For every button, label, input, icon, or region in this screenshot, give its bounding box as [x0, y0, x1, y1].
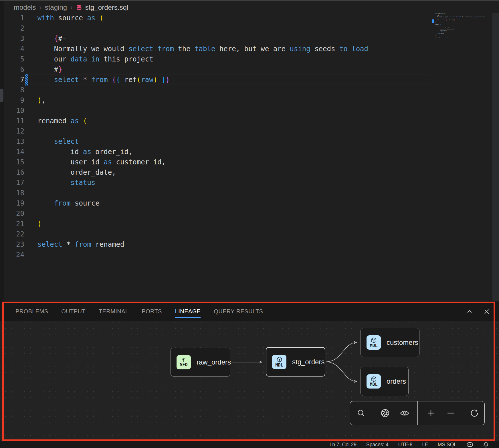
lineage-node-customers[interactable]: MDLcustomers [361, 328, 419, 357]
indent-guide [38, 64, 38, 75]
panel-tab-bar: PROBLEMSOUTPUTTERMINALPORTSLINEAGEQUERY … [15, 302, 263, 321]
tab-terminal[interactable]: TERMINAL [99, 302, 128, 321]
editor-scrollbar[interactable] [492, 13, 499, 301]
code-line-3[interactable]: 3 {#- [0, 33, 430, 44]
code-line-23[interactable]: 23select * from renamed [0, 239, 430, 250]
model-icon: MDL [367, 374, 381, 389]
code-text: select * from {{ ref(raw) }} [37, 75, 170, 85]
minimap[interactable]: with source as ( {#- Normally we would s… [435, 13, 492, 47]
panel-collapse-button[interactable] [465, 307, 474, 316]
refresh-button[interactable] [468, 407, 481, 419]
code-line-20[interactable]: 20 [0, 208, 430, 219]
database-icon [76, 4, 82, 11]
panel-close-button[interactable] [482, 307, 491, 316]
tab-query-results[interactable]: QUERY RESULTS [214, 302, 263, 321]
indent-guide [38, 136, 38, 147]
code-line-9[interactable]: 9), [0, 95, 430, 105]
code-text: order_date, [37, 167, 116, 178]
file-name: stg_orders.sql [85, 3, 128, 11]
model-icon: MDL [272, 355, 286, 369]
node-label: raw_orders [197, 358, 231, 366]
left-rail [0, 1, 4, 302]
eye-icon [399, 409, 410, 417]
tab-lineage[interactable]: LINEAGE [175, 302, 201, 321]
code-line-7[interactable]: 7 select * from {{ ref(raw) }} [0, 75, 430, 85]
code-line-5[interactable]: 5 our data in this project [0, 54, 430, 64]
indent-guide [38, 198, 38, 208]
tab-ports[interactable]: PORTS [142, 302, 162, 321]
zoom-in-button[interactable] [425, 407, 437, 419]
search-button[interactable] [355, 407, 367, 419]
code-line-2[interactable]: 2 [0, 23, 430, 33]
code-editor[interactable]: 1with source as (23 {#-4 Normally we wou… [0, 13, 430, 260]
lineage-toolbar [350, 401, 485, 425]
tab-problems[interactable]: PROBLEMS [15, 302, 48, 321]
indent-guide [38, 44, 38, 54]
language-mode[interactable]: MS SQL [438, 442, 457, 448]
badge-label: SED [180, 363, 187, 367]
badge-label: MDL [370, 343, 377, 348]
breadcrumb-item-staging[interactable]: staging [45, 3, 67, 11]
indent-guide [55, 178, 55, 188]
refresh-icon [470, 408, 479, 418]
code-line-11[interactable]: 11renamed as ( [0, 116, 430, 126]
breadcrumb-separator-icon: › [39, 4, 41, 11]
code-line-1[interactable]: 1with source as ( [0, 13, 430, 23]
copilot-icon[interactable] [466, 442, 473, 447]
code-line-24[interactable]: 24 [0, 250, 430, 260]
lineage-node-orders[interactable]: MDLorders [361, 367, 409, 396]
indent-guide [38, 54, 38, 64]
code-line-21[interactable]: 21) [0, 219, 430, 229]
code-line-16[interactable]: 16 order_date, [0, 167, 430, 178]
code-text: status [37, 178, 95, 188]
code-line-13[interactable]: 13 select [0, 136, 430, 147]
cursor-position[interactable]: Ln 7, Col 29 [330, 442, 357, 448]
snapshot-button[interactable] [379, 407, 391, 419]
eol-setting[interactable]: LF [422, 442, 428, 448]
code-text: ), [37, 95, 46, 105]
breadcrumb-item-models[interactable]: models [14, 3, 36, 11]
code-text: from source [37, 198, 100, 208]
model-icon: MDL [367, 335, 381, 350]
code-text: renamed as ( [37, 116, 87, 126]
code-text: with source as ( [37, 13, 104, 23]
indent-guide [38, 208, 38, 219]
code-line-6[interactable]: 6 #} [0, 64, 430, 75]
code-line-10[interactable]: 10 [0, 105, 430, 116]
code-line-8[interactable]: 8 [0, 85, 430, 95]
indent-guide [38, 178, 38, 188]
code-text: {#- [37, 33, 66, 44]
code-line-19[interactable]: 19 from source [0, 198, 430, 208]
code-line-18[interactable]: 18 [0, 188, 430, 198]
breadcrumb-item-file[interactable]: stg_orders.sql [76, 3, 128, 11]
indentation-setting[interactable]: Spaces: 4 [366, 442, 389, 448]
tab-output[interactable]: OUTPUT [61, 302, 86, 321]
code-text: Normally we would select from the table … [37, 44, 368, 54]
code-line-12[interactable]: 12 [0, 126, 430, 136]
breadcrumb-separator-icon: › [70, 4, 72, 11]
indent-guide [38, 157, 38, 167]
code-line-4[interactable]: 4 Normally we would select from the tabl… [0, 44, 430, 54]
encoding[interactable]: UTF-8 [398, 442, 413, 448]
code-text: user_id as customer_id, [37, 157, 166, 167]
code-line-17[interactable]: 17 status [0, 178, 430, 188]
code-line-14[interactable]: 14 id as order_id, [0, 147, 430, 157]
rail-notch[interactable] [0, 89, 3, 102]
zoom-out-button[interactable] [444, 407, 457, 419]
lineage-node-stg_orders[interactable]: MDLstg_orders [266, 347, 325, 377]
code-line-22[interactable]: 22 [0, 229, 430, 239]
lineage-node-raw_orders[interactable]: SEDraw_orders [171, 348, 230, 377]
code-text: our data in this project [37, 54, 153, 64]
code-text: #} [37, 64, 62, 75]
minimap-modified-marker [432, 19, 434, 23]
preview-button[interactable] [398, 407, 411, 419]
chevron-up-icon [466, 308, 473, 315]
node-label: orders [387, 377, 406, 385]
seed-icon: SED [177, 355, 191, 369]
indent-guide [55, 157, 55, 167]
indent-guide [38, 188, 38, 198]
code-line-15[interactable]: 15 user_id as customer_id, [0, 157, 430, 167]
bottom-panel-header: PROBLEMSOUTPUTTERMINALPORTSLINEAGEQUERY … [0, 302, 499, 321]
bell-icon[interactable] [483, 442, 489, 448]
indent-guide [38, 75, 38, 85]
